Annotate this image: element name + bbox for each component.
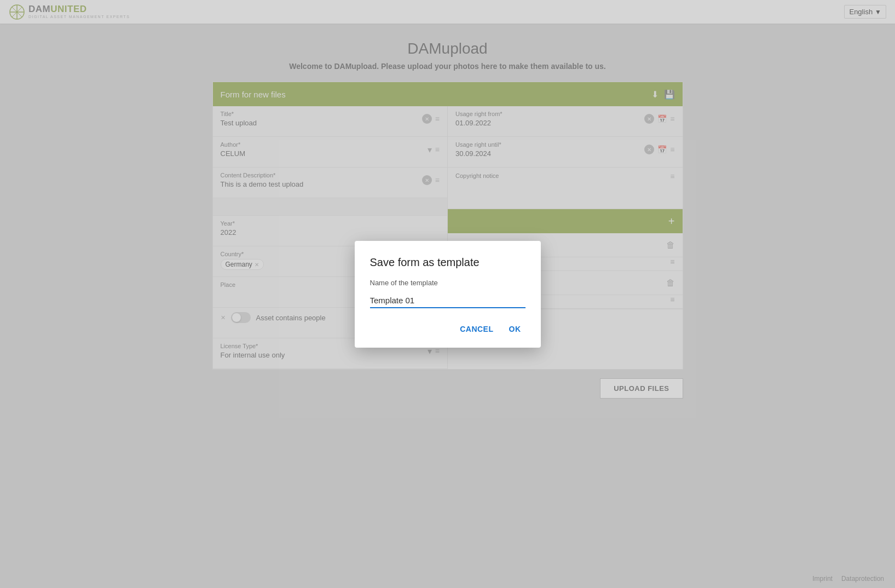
dialog-input-label: Name of the template [370,279,526,287]
dialog-title: Save form as template [370,256,526,269]
dialog-overlay: Save form as template Name of the templa… [0,0,895,588]
dialog-cancel-button[interactable]: CANCEL [455,321,498,337]
dialog-ok-button[interactable]: OK [505,321,526,337]
template-name-input[interactable] [370,293,526,308]
dialog-actions: CANCEL OK [370,321,526,337]
dialog: Save form as template Name of the templa… [355,241,541,348]
